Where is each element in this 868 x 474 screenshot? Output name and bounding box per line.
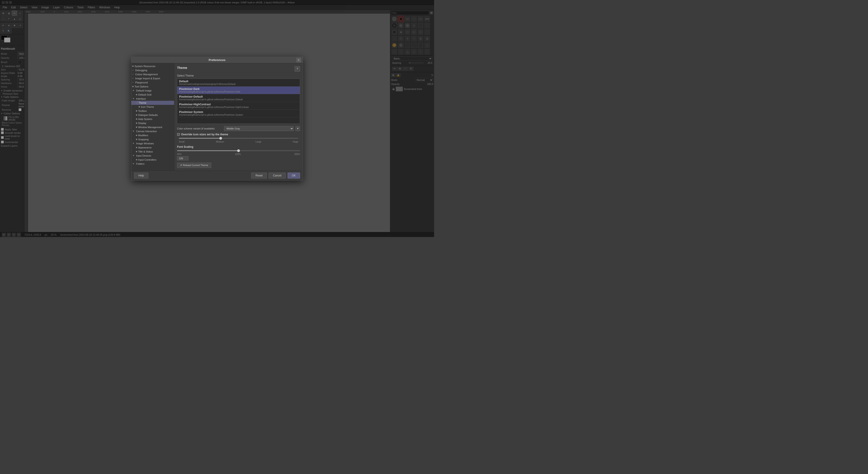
theme-item-pixelmixer-system[interactable]: Pixelmixer-System /home/mark/github/scri…	[177, 109, 300, 117]
color-scheme-select[interactable]: Middle Gray	[224, 126, 294, 131]
override-row: ☑ Override icon sizes set by the theme	[177, 133, 300, 136]
tree-folders[interactable]: ▼ Folders	[131, 162, 174, 166]
theme-path-pixelmixer-dark: /home/mark/github/script-fu.github.io/th…	[179, 91, 298, 93]
icon-size-small: Small	[179, 140, 185, 143]
font-scale-labels: 50% 100% 200%	[177, 153, 300, 156]
tree-default-image[interactable]: ▼ Default Image	[131, 89, 174, 93]
font-scale-100: 100%	[235, 153, 241, 156]
tree-system-resources[interactable]: System Resources	[131, 64, 174, 68]
theme-name-pixelmixer-default: Pixelmixer-Default	[179, 95, 298, 98]
font-scaling-section: Font Scaling 50% 100% 200%	[177, 145, 300, 160]
color-scheme-label: Color scheme variant (if available)	[177, 127, 222, 130]
pref-tree: System Resources + Debugging + Colour Ma…	[131, 63, 174, 171]
color-scheme-arrow[interactable]: ▼	[296, 126, 300, 131]
theme-name-pixelmixer-highcontrast: Pixelmixer-HighContrast	[179, 103, 298, 106]
icon-size-large: Large	[255, 140, 261, 143]
tree-display[interactable]: Display	[131, 121, 174, 125]
font-scale-200: 200%	[294, 153, 300, 156]
icon-size-thumb[interactable]	[219, 137, 222, 140]
reload-current-theme-button[interactable]: ↺ Reload Current Theme	[177, 163, 211, 168]
tree-debugging[interactable]: + Debugging	[131, 68, 174, 72]
pref-content: Theme ? Select Theme Default /home/mark/…	[174, 63, 303, 171]
theme-name-pixelmixer-system: Pixelmixer-System	[179, 110, 298, 114]
icon-size-section: Small Medium Large Huge	[177, 138, 300, 143]
tree-dialogue-defaults[interactable]: Dialogue Defaults	[131, 113, 174, 117]
tree-image-windows[interactable]: ▼ Image Windows	[131, 141, 174, 145]
icon-size-medium: Medium	[216, 140, 224, 143]
tree-appearance[interactable]: Appearance	[131, 145, 174, 149]
tree-playground[interactable]: + Playground	[131, 80, 174, 84]
font-scaling-title: Font Scaling	[177, 145, 300, 148]
tree-tool-options[interactable]: Tool Options	[131, 84, 174, 89]
select-theme-label: Select Theme	[177, 74, 300, 77]
tree-interface[interactable]: ▼ Interface	[131, 97, 174, 101]
cancel-button[interactable]: Cancel	[269, 173, 285, 178]
icon-size-track[interactable]	[179, 138, 298, 139]
tree-help-system[interactable]: Help System	[131, 117, 174, 121]
tree-theme[interactable]: Theme	[131, 101, 174, 105]
theme-path-pixelmixer-default: /home/mark/github/script-fu.github.io/th…	[179, 98, 298, 101]
font-slider-track[interactable]	[177, 150, 300, 151]
reload-label: Reload Current Theme	[183, 164, 208, 167]
tree-image-import[interactable]: + Image Import & Export	[131, 76, 174, 80]
reset-button[interactable]: Reset	[251, 173, 267, 178]
tree-icon-theme[interactable]: Icon Theme	[131, 105, 174, 109]
tree-canvas-interaction[interactable]: ▼ Canvas Interaction	[131, 129, 174, 133]
tree-input-devices[interactable]: ▼ Input Devices	[131, 154, 174, 158]
preferences-dialog: Preferences × System Resources + Debuggi…	[131, 57, 303, 180]
tree-input-controllers[interactable]: Input Controllers	[131, 158, 174, 162]
icon-size-huge: Huge	[293, 140, 298, 143]
theme-item-pixelmixer-dark[interactable]: Pixelmixer-Dark /home/mark/github/script…	[177, 87, 300, 94]
dialog-title: Preferences	[209, 58, 225, 62]
pref-help-icon[interactable]: ?	[294, 66, 300, 72]
override-checkbox[interactable]: ☑	[177, 133, 180, 136]
theme-list-container[interactable]: Default /home/mark/code/gnome/share/gimp…	[177, 79, 300, 124]
dialog-footer: Help Reset Cancel OK	[131, 171, 303, 180]
dialog-body: System Resources + Debugging + Colour Ma…	[131, 63, 303, 171]
theme-path-pixelmixer-highcontrast: /home/mark/github/script-fu.github.io/th…	[179, 106, 298, 108]
reload-icon: ↺	[180, 164, 182, 167]
tree-snapping[interactable]: Snapping	[131, 137, 174, 141]
theme-item-default[interactable]: Default /home/mark/code/gnome/share/gimp…	[177, 79, 300, 87]
preferences-overlay: Preferences × System Resources + Debuggi…	[0, 0, 434, 237]
theme-name-default: Default	[179, 80, 298, 83]
font-slider-thumb[interactable]	[237, 149, 240, 152]
tree-default-grid[interactable]: Default Grid	[131, 93, 174, 97]
dialog-close-button[interactable]: ×	[297, 58, 301, 62]
font-scale-input[interactable]	[177, 156, 188, 160]
tree-colour-management[interactable]: + Colour Management	[131, 72, 174, 76]
color-scheme-row: Color scheme variant (if available) Midd…	[177, 126, 300, 131]
theme-item-pixelmixer-highcontrast[interactable]: Pixelmixer-HighContrast /home/mark/githu…	[177, 102, 300, 109]
icon-size-labels: Small Medium Large Huge	[179, 140, 298, 143]
help-button[interactable]: Help	[134, 173, 148, 178]
tree-toolbox[interactable]: Toolbox	[131, 109, 174, 113]
pref-section-title: Theme	[177, 66, 187, 70]
tree-title-status[interactable]: Title & Status	[131, 149, 174, 154]
tree-modifiers[interactable]: Modifiers	[131, 133, 174, 137]
theme-name-pixelmixer-dark: Pixelmixer-Dark	[179, 88, 298, 91]
tree-window-management[interactable]: Window Management	[131, 125, 174, 129]
theme-item-pixelmixer-default[interactable]: Pixelmixer-Default /home/mark/github/scr…	[177, 94, 300, 102]
override-label: Override icon sizes set by the theme	[181, 133, 228, 136]
ok-button[interactable]: OK	[288, 173, 300, 178]
theme-path-pixelmixer-system: /home/mark/github/script-fu.github.io/th…	[179, 114, 298, 116]
font-scale-50: 50%	[177, 153, 182, 156]
dialog-titlebar: Preferences ×	[131, 57, 303, 63]
theme-path-default: /home/mark/code/gnome/share/gimp/3.0/the…	[179, 83, 298, 86]
